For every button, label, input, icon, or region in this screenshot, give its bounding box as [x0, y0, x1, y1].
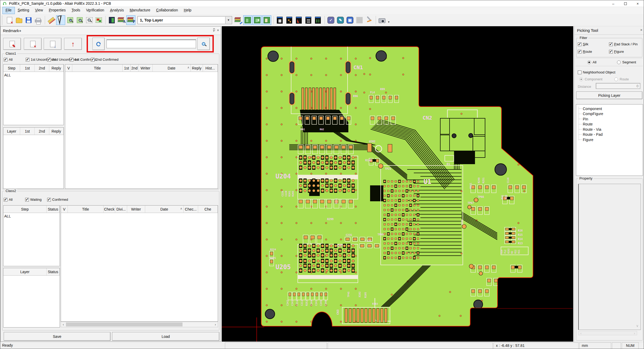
class1-step-col-step[interactable]: Step [3, 64, 20, 72]
class2-list-col-check[interactable]: Check [104, 206, 115, 213]
layer-select-dropdown[interactable]: ▼ [225, 17, 232, 24]
class1-step-col-reply[interactable]: Reply [49, 64, 64, 72]
radio-all[interactable]: All [587, 60, 596, 64]
save-button[interactable] [24, 15, 33, 25]
class2-horizontal-scrollbar[interactable]: ‹ › [61, 322, 218, 327]
menu-file[interactable]: File [2, 7, 15, 14]
menu-properties[interactable]: Properties [46, 7, 69, 14]
maximize-button[interactable] [619, 0, 632, 7]
class2-check-all[interactable]: ✓All [4, 198, 12, 202]
menu-analysis[interactable]: Analysis [107, 7, 127, 14]
class1-list-table[interactable]: VTitle1st2ndWriterDate∧ReplyHist... [65, 64, 218, 189]
picking-close-icon[interactable]: × [640, 28, 642, 32]
layer-settings-button[interactable] [234, 15, 243, 25]
snapshot-button[interactable] [377, 15, 387, 25]
class1-layer-col-1st[interactable]: 1st [20, 128, 35, 135]
class2-layer-table[interactable]: LayerStatus [3, 268, 60, 328]
property-scroll-down-icon[interactable]: ∨ [636, 324, 639, 328]
close-document-button[interactable]: × [5, 15, 14, 25]
redmark-import-button[interactable]: ↓ [44, 38, 61, 50]
class2-step-col-status[interactable]: Status [47, 206, 60, 213]
class2-list-col-writer[interactable]: Writer [127, 206, 145, 213]
class2-list-col-divi[interactable]: Divi... [115, 206, 127, 213]
menu-verification[interactable]: Verification [83, 7, 107, 14]
class1-check-all[interactable]: ✓All [4, 58, 12, 62]
class2-list-col-title[interactable]: Title [68, 206, 104, 213]
property-scroll-right-icon[interactable]: › [632, 331, 637, 335]
class1-layer-col-reply[interactable]: Reply [49, 128, 64, 135]
class1-list-col-1st[interactable]: 1st [123, 64, 131, 72]
tree-item-route-pad[interactable]: Route - Pad [578, 132, 643, 137]
redmark-edit-button[interactable]: ✎ [3, 38, 21, 50]
scroll-right-icon[interactable]: › [213, 322, 218, 327]
menu-help[interactable]: Help [181, 7, 194, 14]
filter-check-route[interactable]: ✓Route [578, 50, 592, 54]
menu-tools[interactable]: Tools [69, 7, 83, 14]
pin-icon[interactable] [213, 28, 215, 32]
redmark-close-icon[interactable]: × [217, 28, 219, 32]
class1-check-2nd-confirmed[interactable]: ✓2nd Confirmed [91, 58, 118, 62]
property-horizontal-scrollbar[interactable]: ‹ › [578, 331, 637, 335]
minimize-button[interactable]: – [607, 0, 619, 7]
class2-step-row-all[interactable]: ALL [3, 213, 60, 219]
load-redmark-button[interactable]: Load [112, 332, 219, 341]
print-button[interactable] [34, 15, 43, 25]
netlist-view-button[interactable] [304, 15, 313, 25]
tree-item-route-via[interactable]: Route - Via [578, 127, 643, 132]
menu-manufacture[interactable]: Manufacture [127, 7, 153, 14]
zoom-fit-button[interactable] [94, 15, 103, 25]
axis-view-button[interactable] [294, 15, 303, 25]
class1-step-col-2nd[interactable]: 2nd [35, 64, 49, 72]
settings-tools-button[interactable] [365, 15, 374, 25]
property-scroll-left-icon[interactable]: ‹ [579, 331, 583, 335]
class2-list-table[interactable]: VTitleCheckDivi...WriterDate∧Chec...Che [61, 205, 218, 322]
select-button[interactable] [56, 15, 65, 25]
menu-view[interactable]: View [32, 7, 46, 14]
zoom-out-button[interactable]: − [75, 15, 84, 25]
class1-list-col-v[interactable]: V [65, 64, 72, 72]
class1-layer-col-2nd[interactable]: 2nd [35, 128, 49, 135]
pcb-canvas[interactable]: CN1CN2U1U204U205CN3D1FL4R99R96RA1RA2U202… [222, 26, 573, 342]
class1-list-col-hist[interactable]: Hist... [203, 64, 218, 72]
class1-list-col-writer[interactable]: Writer [139, 64, 153, 72]
class1-list-col-date[interactable]: Date∧ [153, 64, 191, 72]
board-window-button[interactable] [107, 15, 116, 25]
class1-step-table[interactable]: Step1st2ndReply ALL [3, 64, 64, 125]
close-button[interactable]: × [632, 0, 644, 7]
ic-view-button[interactable] [275, 15, 284, 25]
search-button[interactable] [197, 38, 210, 50]
class2-check-confirmed[interactable]: ✓Confirmed [47, 198, 68, 202]
class2-layer-col-layer[interactable]: Layer [3, 268, 47, 275]
scroll-left-icon[interactable]: ‹ [61, 322, 66, 327]
layer-select[interactable]: 1, Top Layer ▼ [137, 16, 232, 24]
tree-item-figure[interactable]: Figure [578, 137, 643, 142]
menu-setting[interactable]: Setting [15, 7, 32, 14]
filter-check-pad-stack-pin[interactable]: ✓Pad Stack / Pin [609, 42, 638, 46]
class2-list-col-chec[interactable]: Chec... [184, 206, 198, 213]
class2-step-table[interactable]: StepStatus ALL [3, 205, 60, 266]
component-top-button[interactable] [243, 15, 252, 25]
toolbar-grip[interactable] [2, 16, 3, 25]
class1-step-row-all[interactable]: ALL [3, 72, 64, 78]
verify-button[interactable]: ✓ [326, 15, 335, 25]
class2-list-col-date[interactable]: Date∧ [145, 206, 184, 213]
class2-step-col-step[interactable]: Step [3, 206, 47, 213]
component-paint-button[interactable] [262, 15, 271, 25]
filter-check-figure[interactable]: ✓Figure [609, 50, 624, 54]
layer-all-button[interactable]: A [117, 15, 126, 25]
pin-view-button[interactable] [285, 15, 294, 25]
open-button[interactable] [15, 15, 24, 25]
pcb-view[interactable]: CN1CN2U1U204U205CN3D1FL4R99R96RA1RA2U202… [222, 26, 573, 342]
redmark-delete-button[interactable]: × [24, 38, 42, 50]
component-both-button[interactable] [253, 15, 262, 25]
class1-list-col-title[interactable]: Title [72, 64, 123, 72]
measure-button[interactable] [47, 15, 56, 25]
class2-list-col-che[interactable]: Che [198, 206, 218, 213]
menu-collaboration[interactable]: Collaboration [153, 7, 181, 14]
annotate-button[interactable]: ✎ [336, 15, 345, 25]
save-redmark-button[interactable]: Save [4, 332, 110, 341]
toolbar-overflow-dropdown[interactable]: ▼ [388, 21, 390, 23]
zoom-in-button[interactable]: + [66, 15, 75, 25]
zoom-window-button[interactable] [85, 15, 94, 25]
scrollbar-thumb[interactable] [66, 322, 183, 326]
